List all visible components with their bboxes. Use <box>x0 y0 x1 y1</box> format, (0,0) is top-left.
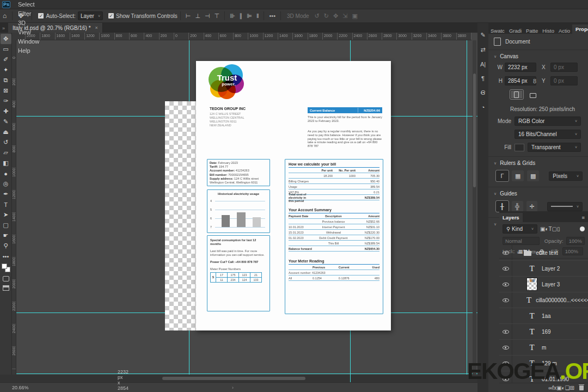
adjustments-panel-icon[interactable]: ⇄ <box>480 46 485 53</box>
dodge-tool[interactable]: ◎ <box>1 179 11 189</box>
close-tab-icon[interactable]: × <box>95 25 98 30</box>
color-mode-dropdown[interactable]: RGB Color˅ <box>514 117 581 126</box>
vertical-ruler[interactable]: 0200400600800100012001400160018002000220… <box>12 40 16 375</box>
align-top-edges-icon[interactable]: ⊤ <box>212 13 222 19</box>
guide-horizontal[interactable] <box>16 373 477 374</box>
screen-mode-icon[interactable] <box>3 285 9 291</box>
collapse-chevron-icon[interactable]: ∨ <box>494 222 497 226</box>
menu-item[interactable]: Select <box>14 0 44 9</box>
visibility-toggle[interactable] <box>499 340 512 355</box>
brush-tool[interactable]: ✎ <box>1 117 11 127</box>
new-layer-icon[interactable]: ⊞ <box>570 385 574 391</box>
filter-smart-objects-icon[interactable]: ▯ <box>557 226 560 232</box>
edit-toolbar[interactable]: ••• <box>1 251 11 261</box>
panel-menu-icon[interactable]: ≡ <box>581 215 588 222</box>
blend-mode-dropdown[interactable]: Normal <box>503 237 540 245</box>
fill-swatch[interactable] <box>514 144 524 151</box>
layer-filter-kind-dropdown[interactable]: ⚲ Kind ˅ <box>503 224 537 234</box>
tab-overflow-chevron-icon[interactable]: » <box>0 26 8 33</box>
rulers-grids-section-header[interactable]: Rulers & Grids <box>500 160 535 166</box>
delete-layer-icon[interactable] <box>579 385 584 390</box>
quick-mask-icon[interactable] <box>3 276 9 281</box>
menu-item[interactable]: Filter <box>14 9 44 19</box>
distribute-left-icon[interactable]: ⊪ <box>228 13 237 19</box>
shape-tool[interactable]: ▢ <box>1 220 11 230</box>
layer-mask-icon[interactable]: ▣ <box>556 385 561 391</box>
visibility-toggle[interactable] <box>499 292 512 308</box>
lasso-tool[interactable]: ✐ <box>1 54 11 65</box>
align-vertical-centers-icon[interactable]: ⊥ <box>193 13 203 19</box>
visibility-toggle[interactable] <box>499 277 512 292</box>
foreground-color-swatch[interactable] <box>2 264 7 269</box>
panel-tab[interactable]: Patte <box>524 26 540 35</box>
horizontal-scrollbar[interactable] <box>0 375 477 382</box>
pen-tool[interactable]: ✒ <box>1 189 11 199</box>
ruler-units-dropdown[interactable]: Pixels˅ <box>549 171 583 181</box>
zoom-tool[interactable]: ⚲ <box>1 241 11 251</box>
eyedropper-tool[interactable]: ✑ <box>1 96 11 106</box>
canvas-section-header[interactable]: Canvas <box>500 53 518 59</box>
canvas-width-field[interactable]: 2232 px <box>505 63 536 72</box>
blur-tool[interactable]: ● <box>1 168 11 179</box>
panel-tab[interactable]: Gradi <box>507 26 524 35</box>
foreground-background-swatches[interactable] <box>2 264 10 272</box>
guides-section-header[interactable]: Guides <box>500 191 517 197</box>
toggle-grid-button[interactable]: ▦ <box>512 170 524 181</box>
gradient-tool[interactable]: ◧ <box>1 158 11 168</box>
tab-properties[interactable]: Properties <box>572 24 588 34</box>
crop-tool[interactable]: ⧉ <box>1 75 11 85</box>
collapse-chevron-icon[interactable]: ∨ <box>494 54 497 59</box>
clone-stamp-tool[interactable]: ⏏ <box>1 127 11 137</box>
menu-item[interactable]: View <box>14 28 44 37</box>
glyphs-panel-icon[interactable]: Ꞡ <box>481 89 486 96</box>
more-options-icon[interactable]: ••• <box>267 13 278 19</box>
menu-item[interactable]: Help <box>14 46 44 56</box>
layer-row[interactable]: ∨ T m <box>499 340 588 356</box>
clear-guides-button[interactable]: ✛ <box>526 201 538 212</box>
quick-selection-tool[interactable]: ✦ <box>1 65 11 75</box>
toggle-pixel-grid-button[interactable]: ▩ <box>527 170 539 181</box>
panel-tab[interactable]: Histo <box>540 26 556 35</box>
hand-tool[interactable]: ☛ <box>1 230 11 241</box>
bit-depth-dropdown[interactable]: 16 Bits/Channel˅ <box>514 130 581 139</box>
link-dimensions-icon[interactable]: 8 <box>533 78 542 84</box>
visibility-toggle[interactable] <box>499 261 512 276</box>
toggle-rulers-button[interactable]: Γ <box>496 170 509 181</box>
layer-row[interactable]: ∨ T Layer 2 <box>499 261 588 277</box>
history-brush-tool[interactable]: ↺ <box>1 137 11 148</box>
menu-item[interactable]: Window <box>14 37 44 46</box>
frame-tool[interactable]: ⊠ <box>1 85 11 96</box>
panel-tab[interactable]: Actio <box>556 26 572 35</box>
layer-style-icon[interactable]: fx <box>552 385 556 391</box>
paragraph-panel-icon[interactable]: ¶ <box>481 75 485 82</box>
opacity-field[interactable]: 100% <box>566 237 585 245</box>
zoom-level-field[interactable]: 20.66% <box>12 385 45 390</box>
layer-row[interactable]: ∨ T 169 <box>499 324 588 340</box>
fill-dropdown[interactable]: Transparent˅ <box>528 143 581 152</box>
guide-style-dropdown[interactable]: ˅ <box>547 202 583 211</box>
collapse-chevron-icon[interactable]: ∨ <box>494 192 497 196</box>
distribute-center-icon[interactable]: ∥ <box>237 13 245 19</box>
canvas-pasteboard[interactable]: Trust power. TEDON GROUP INC 124 C WILLI… <box>16 40 477 375</box>
brushes-panel-icon[interactable]: ✎ <box>480 32 485 39</box>
guide-vertical[interactable] <box>467 40 467 375</box>
path-select-tool[interactable]: ➤ <box>1 210 11 220</box>
guide-layout-button[interactable]: ╬ <box>512 201 523 212</box>
auto-select-target-dropdown[interactable]: Layer˅ <box>78 11 103 20</box>
type-tool[interactable]: T <box>1 199 11 210</box>
vertical-scrollbar[interactable] <box>473 40 476 375</box>
filter-shape-layers-icon[interactable]: ▢ <box>552 226 557 232</box>
align-left-edges-icon[interactable]: ⊢ <box>183 13 193 19</box>
move-tool[interactable]: ✥ <box>1 34 11 44</box>
status-chevron-icon[interactable]: › <box>232 385 234 390</box>
toggle-guides-button[interactable]: ╂ <box>496 201 509 212</box>
collapse-chevron-icon[interactable]: ∨ <box>494 161 497 166</box>
portrait-orientation-button[interactable] <box>510 90 523 99</box>
new-group-icon[interactable]: ❏ <box>565 385 570 391</box>
visibility-toggle[interactable] <box>499 324 512 339</box>
visibility-toggle[interactable] <box>499 245 512 260</box>
layer-row[interactable]: ∨ T 1aa <box>499 308 588 324</box>
show-transform-checkbox[interactable]: ✓ <box>108 13 114 19</box>
layer-row[interactable]: ∨ T Layer 3 <box>499 277 588 292</box>
layer-row[interactable]: ∨ T cilla0000000...<<<<<<<0 d <box>499 292 588 308</box>
